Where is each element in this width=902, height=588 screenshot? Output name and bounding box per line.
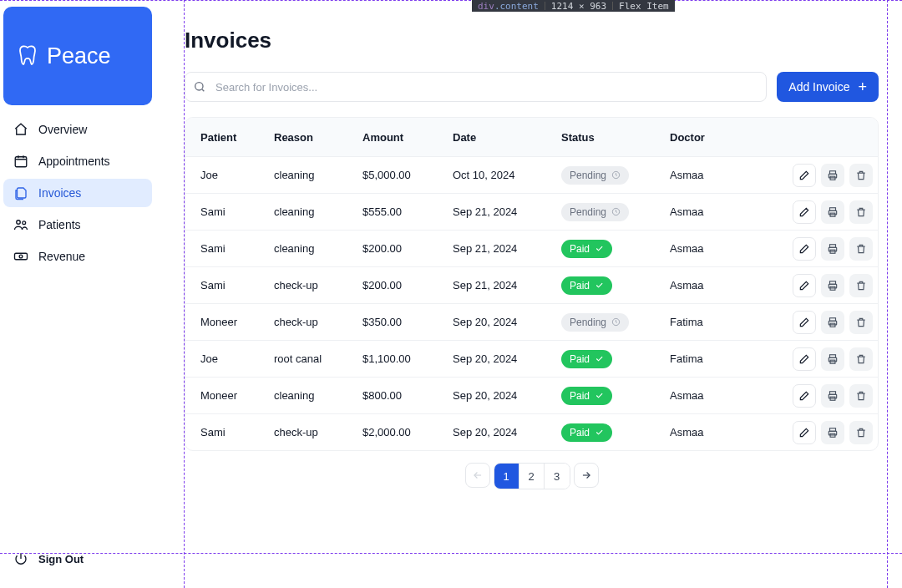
print-button[interactable] [821, 237, 844, 261]
status-label: Paid [570, 390, 590, 402]
printer-icon [827, 317, 839, 328]
sidebar-item-overview[interactable]: Overview [3, 115, 152, 144]
print-button[interactable] [821, 274, 844, 297]
printer-icon [827, 206, 839, 218]
cell-patient: Moneer [200, 316, 274, 328]
print-button[interactable] [821, 164, 844, 187]
cell-status: Paid [561, 387, 670, 405]
trash-icon [855, 390, 867, 402]
edit-button[interactable] [793, 164, 816, 187]
pagination-page[interactable]: 2 [519, 464, 545, 489]
cell-doctor: Asmaa [670, 169, 778, 181]
print-button[interactable] [821, 311, 844, 334]
cell-amount: $1,100.00 [362, 352, 453, 365]
pagination-page[interactable]: 3 [545, 464, 570, 489]
pagination-prev[interactable] [465, 463, 490, 488]
delete-button[interactable] [849, 347, 873, 371]
edit-button[interactable] [793, 421, 816, 444]
invoices-table: Patient Reason Amount Date Status Doctor… [185, 117, 879, 451]
edit-button[interactable] [793, 311, 816, 334]
svg-point-4 [19, 255, 23, 258]
sidebar-item-label: Overview [38, 123, 87, 136]
column-header-reason: Reason [274, 131, 362, 144]
printer-icon [827, 243, 839, 255]
pencil-icon [798, 170, 810, 181]
column-header-date: Date [453, 131, 561, 144]
cell-amount: $5,000.00 [362, 169, 453, 181]
sidebar: Peace Overview Appointments Invoices [3, 7, 152, 588]
check-icon [595, 428, 604, 437]
signout-label: Sign Out [38, 553, 84, 565]
cell-patient: Sami [200, 242, 274, 255]
cell-amount: $2,000.00 [362, 426, 453, 438]
delete-button[interactable] [849, 421, 873, 444]
edit-button[interactable] [793, 347, 816, 371]
pagination-page[interactable]: 1 [494, 464, 519, 489]
delete-button[interactable] [849, 384, 873, 408]
add-invoice-button[interactable]: Add Invoice + [777, 72, 879, 102]
printer-icon [827, 353, 839, 365]
cell-date: Sep 20, 2024 [453, 352, 561, 365]
sidebar-item-revenue[interactable]: Revenue [3, 242, 152, 271]
sidebar-item-invoices[interactable]: Invoices [3, 179, 152, 207]
check-icon [595, 391, 604, 400]
status-label: Paid [570, 427, 590, 438]
sidebar-item-label: Revenue [38, 250, 85, 263]
cell-date: Sep 20, 2024 [453, 316, 561, 328]
sidebar-item-label: Patients [38, 218, 81, 231]
clock-icon [611, 170, 621, 180]
table-row: Moneercheck-up$350.00Sep 20, 2024Pending… [185, 303, 878, 340]
cell-status: Paid [561, 276, 670, 295]
table-row: Samicleaning$200.00Sep 21, 2024PaidAsmaa [185, 230, 878, 266]
pagination-next[interactable] [574, 463, 599, 488]
edit-button[interactable] [793, 274, 816, 297]
print-button[interactable] [821, 421, 844, 444]
trash-icon [855, 280, 867, 291]
pencil-icon [798, 390, 810, 402]
edit-button[interactable] [793, 237, 816, 261]
cell-reason: cleaning [274, 389, 362, 402]
cell-status: Paid [561, 423, 670, 442]
status-badge: Pending [561, 313, 629, 332]
cell-doctor: Asmaa [670, 205, 778, 218]
cell-doctor: Fatima [670, 352, 778, 365]
cell-date: Sep 21, 2024 [453, 279, 561, 291]
edit-button[interactable] [793, 200, 816, 224]
print-button[interactable] [821, 347, 844, 371]
sidebar-item-label: Invoices [38, 186, 81, 200]
delete-button[interactable] [849, 311, 873, 334]
cell-date: Oct 10, 2024 [453, 169, 561, 181]
pagination-pages: 123 [494, 463, 570, 489]
delete-button[interactable] [849, 164, 873, 187]
cell-status: Pending [561, 166, 670, 185]
cell-reason: root canal [274, 352, 362, 365]
pencil-icon [798, 427, 810, 438]
delete-button[interactable] [849, 237, 873, 261]
cell-patient: Moneer [200, 389, 274, 402]
status-badge: Paid [561, 423, 612, 442]
signout-button[interactable]: Sign Out [3, 546, 94, 571]
status-badge: Pending [561, 203, 629, 221]
calendar-icon [13, 154, 28, 169]
table-row: Samicleaning$555.00Sep 21, 2024PendingAs… [185, 193, 878, 230]
edit-button[interactable] [793, 384, 816, 408]
pencil-icon [798, 280, 810, 291]
status-badge: Paid [561, 350, 612, 368]
cell-doctor: Asmaa [670, 242, 778, 255]
print-button[interactable] [821, 200, 844, 224]
column-header-amount: Amount [362, 131, 453, 144]
delete-button[interactable] [849, 200, 873, 224]
sidebar-nav: Overview Appointments Invoices Patients [3, 115, 152, 271]
print-button[interactable] [821, 384, 844, 408]
delete-button[interactable] [849, 274, 873, 297]
column-header-doctor: Doctor [670, 131, 778, 144]
cell-date: Sep 20, 2024 [453, 426, 561, 438]
users-icon [13, 217, 28, 232]
svg-rect-3 [15, 253, 28, 260]
clock-icon [611, 317, 621, 327]
table-row: Joecleaning$5,000.00Oct 10, 2024PendingA… [185, 156, 878, 193]
sidebar-item-patients[interactable]: Patients [3, 210, 152, 239]
search-input[interactable] [185, 72, 767, 102]
tooth-icon [15, 43, 40, 68]
sidebar-item-appointments[interactable]: Appointments [3, 147, 152, 175]
